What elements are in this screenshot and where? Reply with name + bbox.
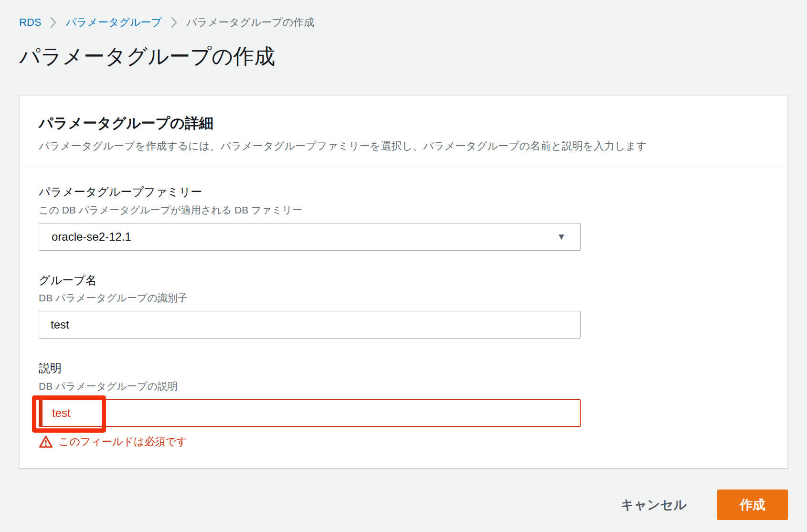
triangle-down-icon: ▼ <box>557 232 566 242</box>
description-label: 説明 <box>39 361 768 375</box>
field-group-name: グループ名 DB パラメータグループの識別子 <box>39 273 768 339</box>
warning-triangle-icon <box>39 435 53 448</box>
breadcrumb-current-page: パラメータグループの作成 <box>186 15 314 30</box>
panel-title: パラメータグループの詳細 <box>39 114 768 133</box>
panel-body: パラメータグループファミリー この DB パラメータグループが適用される DB … <box>20 168 787 468</box>
group-name-label: グループ名 <box>39 273 768 287</box>
breadcrumb-link-parameter-groups[interactable]: パラメータグループ <box>65 15 162 30</box>
cancel-button[interactable]: キャンセル <box>621 496 687 513</box>
panel-description: パラメータグループを作成するには、パラメータグループファミリーを選択し、パラメー… <box>39 139 768 153</box>
breadcrumb: RDS パラメータグループ パラメータグループの作成 <box>19 0 788 30</box>
parameter-group-details-panel: パラメータグループの詳細 パラメータグループを作成するには、パラメータグループフ… <box>19 95 788 468</box>
breadcrumb-link-rds[interactable]: RDS <box>19 16 41 29</box>
field-description: 説明 DB パラメータグループの説明 このフィールドは必須です <box>39 361 768 448</box>
page-title: パラメータグループの作成 <box>19 42 788 70</box>
description-input[interactable] <box>39 399 581 427</box>
chevron-right-icon <box>170 16 178 29</box>
parameter-group-family-label: パラメータグループファミリー <box>39 184 768 199</box>
description-error-message: このフィールドは必須です <box>39 435 768 449</box>
description-help: DB パラメータグループの説明 <box>39 380 768 393</box>
form-actions: キャンセル 作成 <box>19 489 788 520</box>
parameter-group-family-selected-value: oracle-se2-12.1 <box>52 230 131 244</box>
parameter-group-family-help: この DB パラメータグループが適用される DB ファミリー <box>39 203 768 216</box>
field-parameter-group-family: パラメータグループファミリー この DB パラメータグループが適用される DB … <box>39 184 768 250</box>
group-name-input[interactable] <box>39 311 581 339</box>
group-name-help: DB パラメータグループの識別子 <box>39 291 768 304</box>
parameter-group-family-select[interactable]: oracle-se2-12.1 ▼ <box>39 223 581 251</box>
error-text: このフィールドは必須です <box>59 435 187 449</box>
panel-header: パラメータグループの詳細 パラメータグループを作成するには、パラメータグループフ… <box>20 96 787 168</box>
rds-create-parameter-group-page: RDS パラメータグループ パラメータグループの作成 パラメータグループの作成 … <box>0 0 807 532</box>
create-button[interactable]: 作成 <box>717 489 788 520</box>
chevron-right-icon <box>50 16 57 29</box>
